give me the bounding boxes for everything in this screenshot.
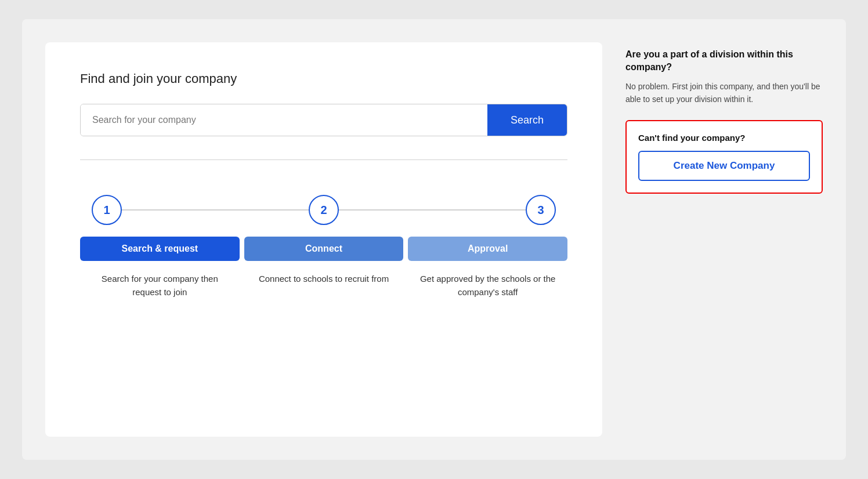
divider: [80, 159, 567, 160]
cant-find-box: Can't find your company? Create New Comp…: [625, 120, 823, 194]
step-label-connect[interactable]: Connect: [244, 237, 404, 261]
main-panel: Find and join your company Search 1 2 3 …: [45, 42, 602, 437]
step-circle-2: 2: [309, 195, 339, 225]
step-line-1-2: [121, 209, 309, 211]
steps-descriptions: Search for your company then request to …: [80, 273, 567, 299]
steps-circles: 1 2 3: [80, 195, 567, 225]
step-circle-1: 1: [92, 195, 122, 225]
step-circle-3: 3: [526, 195, 556, 225]
cant-find-title: Can't find your company?: [638, 133, 810, 143]
division-title: Are you a part of a division within this…: [625, 48, 823, 74]
step-label-search-request[interactable]: Search & request: [80, 237, 240, 261]
division-box: Are you a part of a division within this…: [625, 48, 823, 106]
create-new-company-button[interactable]: Create New Company: [638, 151, 810, 181]
search-button[interactable]: Search: [487, 104, 567, 136]
step-line-2-3: [338, 209, 526, 211]
step-desc-2: Connect to schools to recruit from: [244, 273, 404, 299]
step-desc-3: Get approved by the schools or the compa…: [408, 273, 567, 299]
step-desc-1: Search for your company then request to …: [80, 273, 240, 299]
search-row: Search: [80, 104, 567, 136]
page-title: Find and join your company: [80, 71, 567, 86]
division-text: No problem. First join this company, and…: [625, 80, 823, 106]
search-input[interactable]: [81, 104, 487, 136]
outer-container: Find and join your company Search 1 2 3 …: [22, 19, 846, 460]
steps-labels: Search & request Connect Approval: [80, 237, 567, 261]
sidebar-panel: Are you a part of a division within this…: [625, 42, 823, 437]
steps-container: 1 2 3 Search & request Connect Approval …: [80, 183, 567, 310]
step-label-approval[interactable]: Approval: [408, 237, 567, 261]
